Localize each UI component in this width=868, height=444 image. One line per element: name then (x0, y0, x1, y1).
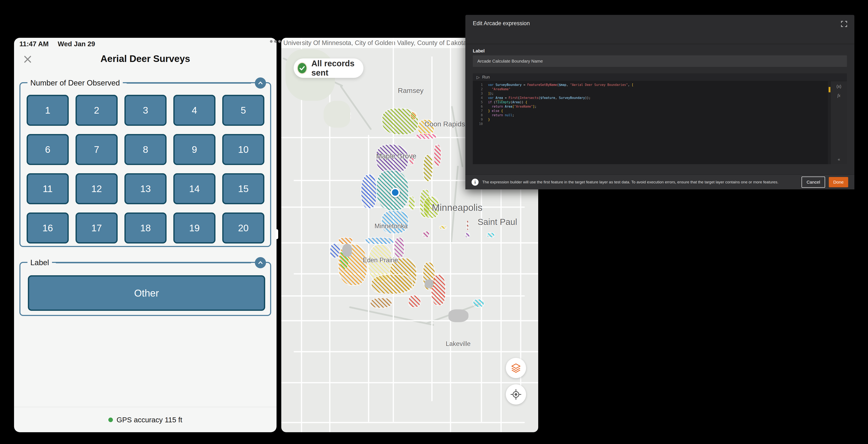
survey-boundary-region (466, 220, 469, 231)
line-number: 7 (473, 109, 483, 113)
deer-count-button-12[interactable]: 12 (75, 173, 118, 204)
road-line (281, 382, 538, 383)
code-token: First (508, 96, 518, 100)
map-label-ramsey: Ramsey (398, 87, 424, 95)
road-line (281, 422, 525, 423)
attribution-sources: University Of Minnesota, City of Golden … (283, 39, 476, 47)
deer-count-button-20[interactable]: 20 (222, 212, 265, 243)
code-token: SurveyBoundary (559, 96, 585, 100)
line-number: 10 (473, 122, 483, 126)
variables-icon[interactable]: (x) (831, 84, 847, 89)
code-token: "AreaName" (492, 87, 510, 91)
code-editor[interactable]: ▷ Run 1var SurveyBoundary = FeatureSetBy… (473, 73, 847, 164)
map-label-saint-paul: Saint Paul (477, 217, 517, 227)
deer-count-button-11[interactable]: 11 (27, 173, 69, 204)
expression-label-caption: Label (473, 48, 485, 54)
collapse-panel-icon[interactable]: « (831, 157, 847, 162)
line-number: 3 (473, 91, 483, 96)
check-icon (297, 62, 307, 74)
editor-side-panel: (x) fx « (831, 81, 847, 164)
survey-boundary-region (365, 237, 394, 245)
map-area-patch (342, 244, 352, 257)
info-icon: i (471, 179, 478, 186)
deer-count-button-8[interactable]: 8 (124, 134, 166, 165)
code-token: var (488, 83, 496, 87)
code-line-5: 5if (!IsEmpty(Area)) { (473, 100, 828, 105)
map-label-lakeville: Lakeville (446, 340, 471, 348)
code-lines[interactable]: 1var SurveyBoundary = FeatureSetByName($… (473, 83, 828, 164)
expression-label-input[interactable]: Arcade Calculate Boundary Name (473, 55, 847, 67)
deer-count-button-9[interactable]: 9 (173, 134, 215, 165)
edit-arcade-dialog: Edit Arcade expression Label Arcade Calc… (465, 15, 855, 189)
code-line-10: 10 (473, 122, 828, 126)
code-token: return (492, 113, 503, 118)
deer-count-button-18[interactable]: 18 (124, 212, 166, 243)
deer-count-button-19[interactable]: 19 (173, 212, 215, 243)
survey-boundary-region (439, 225, 447, 230)
deer-count-button-7[interactable]: 7 (75, 134, 118, 165)
deer-count-button-6[interactable]: 6 (27, 134, 69, 165)
code-token (488, 105, 492, 109)
survey-boundary-region (431, 274, 446, 306)
map-label-coon-rapids: Coon Rapids (425, 120, 465, 128)
deer-count-button-10[interactable]: 10 (222, 134, 265, 165)
code-line-8: 8 return null; (473, 113, 828, 118)
collapse-deer-count-button[interactable] (255, 78, 266, 89)
gps-status-dot (108, 418, 113, 422)
legend-line (126, 83, 251, 84)
split-view-divider-handle[interactable] (276, 229, 278, 239)
deer-count-button-15[interactable]: 15 (222, 173, 265, 204)
code-token: null (505, 113, 512, 118)
expand-icon[interactable] (839, 20, 848, 29)
deer-count-button-17[interactable]: 17 (75, 212, 118, 243)
code-token (488, 87, 492, 91)
locate-icon (510, 389, 522, 400)
code-token: } (488, 109, 492, 113)
code-token: Intersects (520, 96, 538, 100)
window-options-dots[interactable] (270, 40, 281, 43)
functions-icon[interactable]: fx (831, 93, 847, 98)
run-button[interactable]: ▷ Run (473, 73, 847, 81)
code-token: ( (538, 96, 540, 100)
deer-count-button-14[interactable]: 14 (173, 173, 215, 204)
deer-count-button-2[interactable]: 2 (75, 95, 118, 126)
survey-boundary-region (371, 274, 413, 294)
deer-count-legend: Number of Deer Observed (27, 78, 251, 88)
line-number: 1 (473, 83, 483, 87)
label-button-other[interactable]: Other (28, 275, 265, 311)
done-button[interactable]: Done (829, 177, 848, 187)
overview-ruler (828, 81, 831, 164)
code-token: } (488, 118, 490, 122)
survey-boundary-region (370, 298, 392, 308)
code-token: var (488, 96, 496, 100)
deer-count-button-5[interactable]: 5 (222, 95, 265, 126)
sync-toast: All records sent (294, 58, 364, 78)
code-token: else (492, 109, 499, 113)
collapse-label-button[interactable] (255, 257, 266, 268)
deer-count-button-1[interactable]: 1 (27, 95, 69, 126)
code-token (503, 105, 505, 109)
survey-boundary-region (415, 133, 437, 139)
survey-boundary-region (434, 144, 441, 167)
deer-count-section: Number of Deer Observed 1234567891011121… (20, 82, 271, 247)
survey-boundary-region (361, 174, 377, 209)
line-number: 6 (473, 105, 483, 109)
code-token: Area (512, 100, 520, 105)
divider (465, 44, 855, 44)
code-token: )); (585, 96, 591, 100)
layers-button[interactable] (506, 358, 526, 378)
panel-header: Aerial Deer Surveys (14, 51, 277, 69)
cancel-button[interactable]: Cancel (802, 177, 825, 188)
deer-count-button-3[interactable]: 3 (124, 95, 166, 126)
code-token: Area (505, 105, 512, 109)
line-number: 4 (473, 96, 483, 100)
deer-count-button-4[interactable]: 4 (173, 95, 215, 126)
current-location-dot (391, 188, 400, 197)
deer-count-button-16[interactable]: 16 (27, 212, 69, 243)
line-number: 8 (473, 113, 483, 118)
deer-count-button-13[interactable]: 13 (124, 173, 166, 204)
river-line (451, 106, 463, 167)
code-line-4: 4var Area = First(Intersects($feature, S… (473, 96, 828, 100)
locate-button[interactable] (506, 384, 526, 405)
code-token: ; (535, 105, 536, 109)
